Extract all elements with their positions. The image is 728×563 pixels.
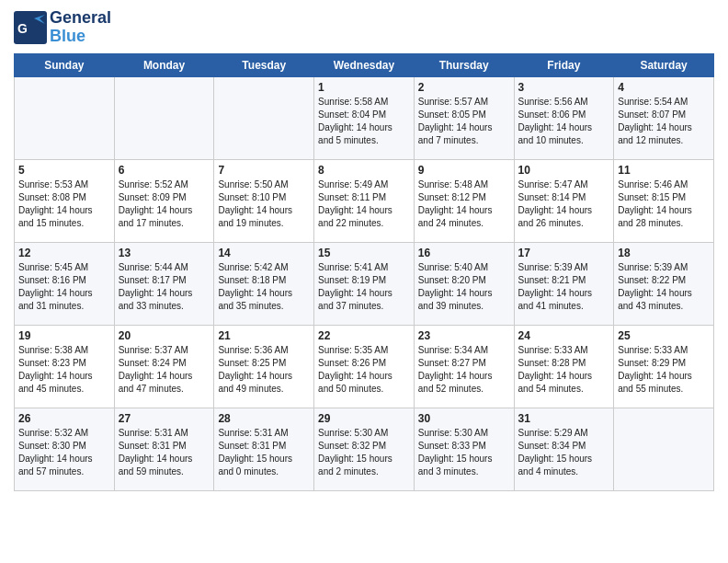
weekday-header-friday: Friday — [514, 53, 614, 76]
calendar-cell: 15Sunrise: 5:41 AM Sunset: 8:19 PM Dayli… — [314, 242, 415, 325]
day-number: 28 — [218, 412, 310, 425]
day-content: Sunrise: 5:29 AM Sunset: 8:34 PM Dayligh… — [518, 427, 610, 478]
day-number: 6 — [119, 164, 210, 177]
calendar-cell: 27Sunrise: 5:31 AM Sunset: 8:31 PM Dayli… — [114, 408, 214, 490]
day-number: 7 — [218, 164, 310, 177]
calendar-cell: 12Sunrise: 5:45 AM Sunset: 8:16 PM Dayli… — [15, 242, 115, 325]
calendar-cell: 16Sunrise: 5:40 AM Sunset: 8:20 PM Dayli… — [414, 242, 514, 325]
day-content: Sunrise: 5:57 AM Sunset: 8:05 PM Dayligh… — [418, 96, 510, 147]
week-row-4: 19Sunrise: 5:38 AM Sunset: 8:23 PM Dayli… — [15, 325, 714, 408]
day-number: 27 — [119, 412, 210, 425]
calendar-cell: 22Sunrise: 5:35 AM Sunset: 8:26 PM Dayli… — [314, 325, 415, 408]
day-number: 15 — [318, 247, 410, 259]
weekday-header-saturday: Saturday — [614, 53, 714, 76]
calendar-cell: 11Sunrise: 5:46 AM Sunset: 8:15 PM Dayli… — [614, 159, 714, 242]
day-number: 20 — [119, 329, 210, 342]
day-number: 9 — [418, 164, 510, 177]
day-content: Sunrise: 5:44 AM Sunset: 8:17 PM Dayligh… — [119, 261, 210, 313]
week-row-2: 5Sunrise: 5:53 AM Sunset: 8:08 PM Daylig… — [15, 159, 714, 242]
calendar-table: SundayMondayTuesdayWednesdayThursdayFrid… — [14, 53, 714, 491]
calendar-cell: 21Sunrise: 5:36 AM Sunset: 8:25 PM Dayli… — [214, 325, 314, 408]
calendar-cell: 30Sunrise: 5:30 AM Sunset: 8:33 PM Dayli… — [414, 408, 514, 490]
day-content: Sunrise: 5:53 AM Sunset: 8:08 PM Dayligh… — [18, 178, 110, 230]
day-content: Sunrise: 5:45 AM Sunset: 8:16 PM Dayligh… — [18, 261, 110, 313]
calendar-cell: 14Sunrise: 5:42 AM Sunset: 8:18 PM Dayli… — [214, 242, 314, 325]
calendar-cell: 4Sunrise: 5:54 AM Sunset: 8:07 PM Daylig… — [614, 76, 714, 159]
logo-icon: G — [14, 11, 47, 44]
day-number: 4 — [618, 81, 710, 94]
day-content: Sunrise: 5:32 AM Sunset: 8:30 PM Dayligh… — [18, 427, 110, 478]
day-content: Sunrise: 5:34 AM Sunset: 8:27 PM Dayligh… — [418, 344, 510, 396]
day-number: 5 — [18, 164, 110, 177]
calendar-cell: 6Sunrise: 5:52 AM Sunset: 8:09 PM Daylig… — [114, 159, 214, 242]
day-content: Sunrise: 5:50 AM Sunset: 8:10 PM Dayligh… — [218, 178, 310, 230]
calendar-cell: 26Sunrise: 5:32 AM Sunset: 8:30 PM Dayli… — [15, 408, 115, 490]
day-content: Sunrise: 5:48 AM Sunset: 8:12 PM Dayligh… — [418, 178, 510, 230]
day-content: Sunrise: 5:39 AM Sunset: 8:21 PM Dayligh… — [518, 261, 610, 313]
week-row-3: 12Sunrise: 5:45 AM Sunset: 8:16 PM Dayli… — [15, 242, 714, 325]
calendar-cell — [214, 76, 314, 159]
calendar-cell: 18Sunrise: 5:39 AM Sunset: 8:22 PM Dayli… — [614, 242, 714, 325]
day-content: Sunrise: 5:30 AM Sunset: 8:33 PM Dayligh… — [418, 427, 510, 478]
day-number: 26 — [18, 412, 110, 425]
calendar-cell — [114, 76, 214, 159]
day-content: Sunrise: 5:33 AM Sunset: 8:29 PM Dayligh… — [618, 344, 710, 396]
day-content: Sunrise: 5:54 AM Sunset: 8:07 PM Dayligh… — [618, 96, 710, 147]
calendar-cell: 10Sunrise: 5:47 AM Sunset: 8:14 PM Dayli… — [514, 159, 614, 242]
day-number: 25 — [618, 329, 710, 342]
day-number: 1 — [318, 81, 410, 94]
page-header: G General Blue — [14, 9, 714, 46]
calendar-cell: 2Sunrise: 5:57 AM Sunset: 8:05 PM Daylig… — [414, 76, 514, 159]
day-content: Sunrise: 5:39 AM Sunset: 8:22 PM Dayligh… — [618, 261, 710, 313]
day-number: 22 — [318, 329, 410, 342]
day-content: Sunrise: 5:33 AM Sunset: 8:28 PM Dayligh… — [518, 344, 610, 396]
calendar-cell: 3Sunrise: 5:56 AM Sunset: 8:06 PM Daylig… — [514, 76, 614, 159]
weekday-header-thursday: Thursday — [414, 53, 514, 76]
weekday-header-wednesday: Wednesday — [314, 53, 415, 76]
calendar-cell: 23Sunrise: 5:34 AM Sunset: 8:27 PM Dayli… — [414, 325, 514, 408]
day-number: 12 — [18, 247, 110, 259]
calendar-cell: 9Sunrise: 5:48 AM Sunset: 8:12 PM Daylig… — [414, 159, 514, 242]
day-content: Sunrise: 5:30 AM Sunset: 8:32 PM Dayligh… — [318, 427, 410, 478]
day-content: Sunrise: 5:35 AM Sunset: 8:26 PM Dayligh… — [318, 344, 410, 396]
calendar-cell: 29Sunrise: 5:30 AM Sunset: 8:32 PM Dayli… — [314, 408, 415, 490]
calendar-cell — [15, 76, 115, 159]
logo: G General Blue — [14, 9, 111, 46]
day-number: 17 — [518, 247, 610, 259]
calendar-cell: 8Sunrise: 5:49 AM Sunset: 8:11 PM Daylig… — [314, 159, 415, 242]
day-content: Sunrise: 5:42 AM Sunset: 8:18 PM Dayligh… — [218, 261, 310, 313]
day-number: 21 — [218, 329, 310, 342]
day-number: 23 — [418, 329, 510, 342]
day-number: 29 — [318, 412, 410, 425]
day-content: Sunrise: 5:47 AM Sunset: 8:14 PM Dayligh… — [518, 178, 610, 230]
day-number: 8 — [318, 164, 410, 177]
day-number: 2 — [418, 81, 510, 94]
day-content: Sunrise: 5:31 AM Sunset: 8:31 PM Dayligh… — [218, 427, 310, 478]
day-content: Sunrise: 5:40 AM Sunset: 8:20 PM Dayligh… — [418, 261, 510, 313]
day-number: 19 — [18, 329, 110, 342]
day-content: Sunrise: 5:31 AM Sunset: 8:31 PM Dayligh… — [119, 427, 210, 478]
logo-general: General — [50, 9, 111, 28]
calendar-cell: 19Sunrise: 5:38 AM Sunset: 8:23 PM Dayli… — [15, 325, 115, 408]
day-content: Sunrise: 5:58 AM Sunset: 8:04 PM Dayligh… — [318, 96, 410, 147]
weekday-header-sunday: Sunday — [15, 53, 115, 76]
day-number: 13 — [119, 247, 210, 259]
calendar-cell: 25Sunrise: 5:33 AM Sunset: 8:29 PM Dayli… — [614, 325, 714, 408]
day-number: 3 — [518, 81, 610, 94]
day-content: Sunrise: 5:38 AM Sunset: 8:23 PM Dayligh… — [18, 344, 110, 396]
day-number: 11 — [618, 164, 710, 177]
day-number: 30 — [418, 412, 510, 425]
calendar-cell: 5Sunrise: 5:53 AM Sunset: 8:08 PM Daylig… — [15, 159, 115, 242]
day-content: Sunrise: 5:36 AM Sunset: 8:25 PM Dayligh… — [218, 344, 310, 396]
calendar-cell: 20Sunrise: 5:37 AM Sunset: 8:24 PM Dayli… — [114, 325, 214, 408]
day-content: Sunrise: 5:46 AM Sunset: 8:15 PM Dayligh… — [618, 178, 710, 230]
day-content: Sunrise: 5:49 AM Sunset: 8:11 PM Dayligh… — [318, 178, 410, 230]
calendar-cell: 13Sunrise: 5:44 AM Sunset: 8:17 PM Dayli… — [114, 242, 214, 325]
weekday-header-monday: Monday — [114, 53, 214, 76]
day-number: 31 — [518, 412, 610, 425]
day-content: Sunrise: 5:56 AM Sunset: 8:06 PM Dayligh… — [518, 96, 610, 147]
calendar-cell: 1Sunrise: 5:58 AM Sunset: 8:04 PM Daylig… — [314, 76, 415, 159]
calendar-cell: 28Sunrise: 5:31 AM Sunset: 8:31 PM Dayli… — [214, 408, 314, 490]
day-content: Sunrise: 5:52 AM Sunset: 8:09 PM Dayligh… — [119, 178, 210, 230]
calendar-cell — [614, 408, 714, 490]
